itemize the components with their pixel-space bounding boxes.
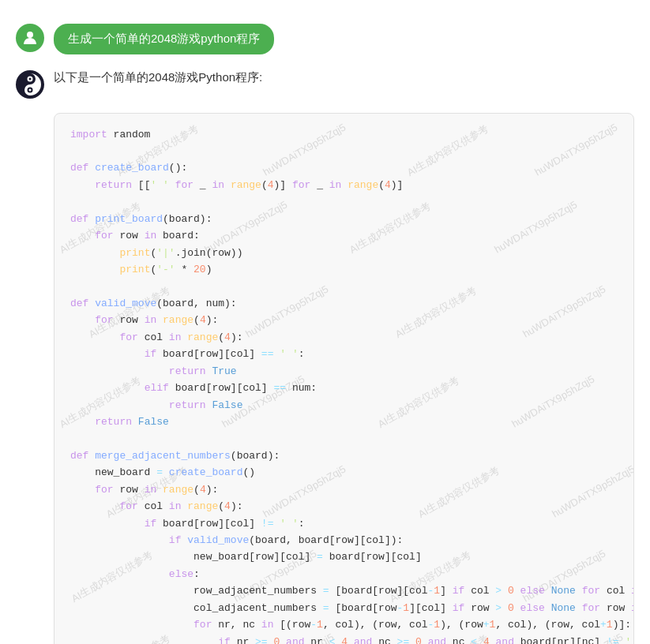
code-content: import random def create_board(): return… [54,114,633,645]
svg-point-5 [29,88,32,91]
ai-intro-text: 以下是一个简单的2048游戏Python程序: [54,70,262,85]
code-pre: import random def create_board(): return… [70,126,618,645]
code-block-wrapper: AI生成内容仅供参考huWDAiTX9p5hZqj5AI生成内容仅供参考huWD… [54,113,634,645]
user-message-row: 生成一个简单的2048游戏python程序 [0,16,650,62]
svg-point-0 [27,32,33,38]
user-message-text: 生成一个简单的2048游戏python程序 [68,32,260,45]
chat-container: 生成一个简单的2048游戏python程序 以下是一个简单的2048游戏Pyth… [0,0,650,644]
ai-avatar [16,70,44,99]
user-bubble: 生成一个简单的2048游戏python程序 [54,24,274,54]
ai-message-row: 以下是一个简单的2048游戏Python程序: [0,62,650,107]
svg-point-4 [29,77,32,80]
user-avatar [16,24,44,52]
